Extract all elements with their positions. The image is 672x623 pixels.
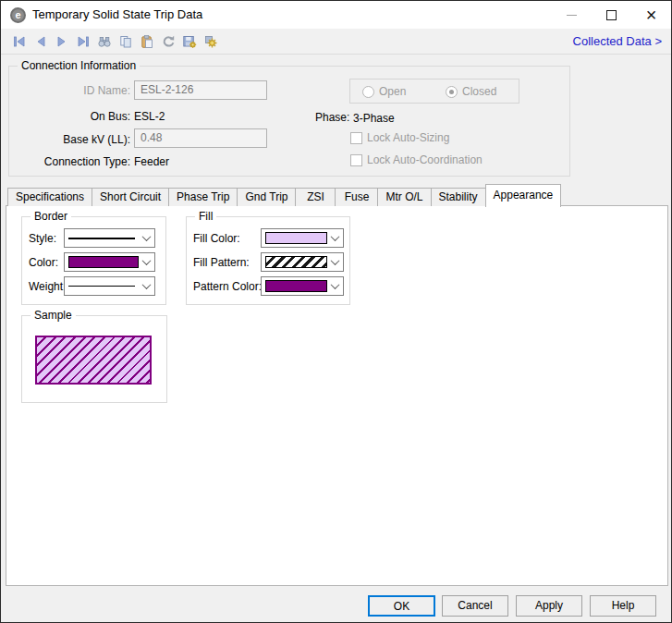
maximize-button[interactable]: [592, 1, 631, 29]
window-title: Temporary Solid State Trip Data: [32, 1, 202, 29]
minimize-button[interactable]: [552, 1, 592, 29]
tab-fuse[interactable]: Fuse: [335, 188, 378, 206]
dialog-window: e Temporary Solid State Trip Data ×: [0, 0, 672, 623]
radio-closed-dot: [449, 90, 454, 94]
lock-autocoordination-box: [350, 154, 362, 166]
save-options-icon[interactable]: [182, 34, 197, 49]
border-style-dropdown[interactable]: [64, 228, 155, 248]
tab-appearance[interactable]: Appearance: [485, 184, 562, 207]
fill-pattern-dropdown[interactable]: [261, 252, 344, 272]
last-record-icon[interactable]: [76, 34, 91, 49]
pattern-color-dropdown[interactable]: [261, 276, 344, 296]
tab-strip: Specifications Short Circuit Phase Trip …: [7, 183, 560, 206]
undo-icon[interactable]: [161, 34, 176, 49]
connection-type-label: Connection Type:: [8, 154, 130, 169]
app-icon: e: [10, 7, 26, 23]
radio-open: Open: [362, 85, 406, 98]
tab-gnd-trip[interactable]: Gnd Trip: [237, 188, 296, 206]
on-bus-label: On Bus:: [8, 109, 130, 124]
paste-icon[interactable]: [140, 34, 154, 49]
tab-zsi[interactable]: ZSI: [295, 188, 336, 206]
previous-record-icon[interactable]: [33, 34, 48, 49]
ok-button[interactable]: OK: [368, 595, 435, 617]
radio-closed: Closed: [446, 85, 496, 98]
fill-color-label: Fill Color:: [193, 231, 240, 246]
connection-info-title: Connection Information: [18, 59, 140, 73]
connection-type-value: Feeder: [134, 154, 169, 169]
chevron-down-icon: [327, 229, 343, 247]
next-record-icon[interactable]: [55, 34, 69, 49]
border-weight-preview: [65, 277, 139, 295]
fill-pattern-swatch: [265, 256, 327, 268]
radio-closed-label: Closed: [462, 85, 496, 98]
chevron-down-icon: [327, 277, 343, 295]
border-weight-label: Weight:: [29, 279, 66, 294]
chevron-down-icon: [139, 277, 154, 295]
lock-autosizing-box: [350, 132, 362, 144]
lock-autosizing-checkbox: Lock Auto-Sizing: [350, 131, 449, 144]
help-button[interactable]: Help: [590, 595, 656, 617]
options-icon[interactable]: [203, 34, 218, 49]
border-color-swatch: [68, 256, 139, 268]
maximize-icon: [606, 10, 617, 20]
lock-autocoordination-checkbox: Lock Auto-Coordination: [350, 153, 483, 166]
tab-stability[interactable]: Stability: [431, 188, 486, 206]
title-bar: e Temporary Solid State Trip Data ×: [1, 1, 671, 29]
collected-data-link[interactable]: Collected Data >: [573, 34, 662, 48]
cancel-button[interactable]: Cancel: [442, 595, 508, 617]
fill-group-title: Fill: [195, 210, 216, 224]
base-kv-field: 0.48: [134, 128, 267, 148]
tab-mtr-ol[interactable]: Mtr O/L: [377, 188, 431, 206]
chevron-down-icon: [327, 253, 343, 271]
sample-preview: [35, 336, 152, 385]
border-color-label: Color:: [29, 255, 58, 270]
border-color-dropdown[interactable]: [64, 252, 155, 272]
chevron-down-icon: [139, 229, 154, 247]
base-kv-label: Base kV (LL):: [8, 132, 130, 147]
border-style-preview: [65, 229, 139, 247]
on-bus-value: ESL-2: [134, 109, 165, 124]
radio-open-circle: [362, 86, 374, 98]
tab-phase-trip[interactable]: Phase Trip: [168, 188, 238, 206]
radio-closed-circle: [446, 86, 458, 98]
chevron-down-icon: [139, 253, 154, 271]
fill-color-swatch: [265, 232, 327, 244]
border-group-title: Border: [31, 210, 71, 224]
fill-color-dropdown[interactable]: [261, 228, 344, 248]
lock-autosizing-label: Lock Auto-Sizing: [367, 131, 449, 144]
close-icon: ×: [646, 6, 657, 24]
id-name-label: ID Name:: [8, 83, 130, 98]
lock-autocoordination-label: Lock Auto-Coordination: [367, 153, 483, 166]
border-weight-dropdown[interactable]: [64, 276, 155, 296]
pattern-color-swatch: [265, 280, 327, 292]
apply-button[interactable]: Apply: [516, 595, 582, 617]
fill-pattern-label: Fill Pattern:: [193, 255, 250, 270]
first-record-icon[interactable]: [12, 34, 27, 49]
pattern-color-label: Pattern Color:: [193, 279, 262, 294]
tab-short-circuit[interactable]: Short Circuit: [92, 188, 169, 206]
tab-specifications[interactable]: Specifications: [7, 188, 92, 206]
open-closed-group: Open Closed: [349, 79, 519, 104]
radio-open-label: Open: [379, 85, 406, 98]
id-name-field: ESL-2-126: [134, 80, 267, 100]
sample-group-title: Sample: [31, 309, 76, 323]
toolbar: Collected Data >: [1, 29, 671, 55]
border-style-label: Style:: [29, 231, 56, 246]
minimize-icon: [567, 15, 577, 16]
phase-value: 3-Phase: [353, 111, 395, 126]
find-icon[interactable]: [97, 34, 112, 49]
close-button[interactable]: ×: [631, 1, 671, 29]
copy-icon[interactable]: [118, 34, 133, 49]
phase-label: Phase:: [315, 110, 349, 125]
